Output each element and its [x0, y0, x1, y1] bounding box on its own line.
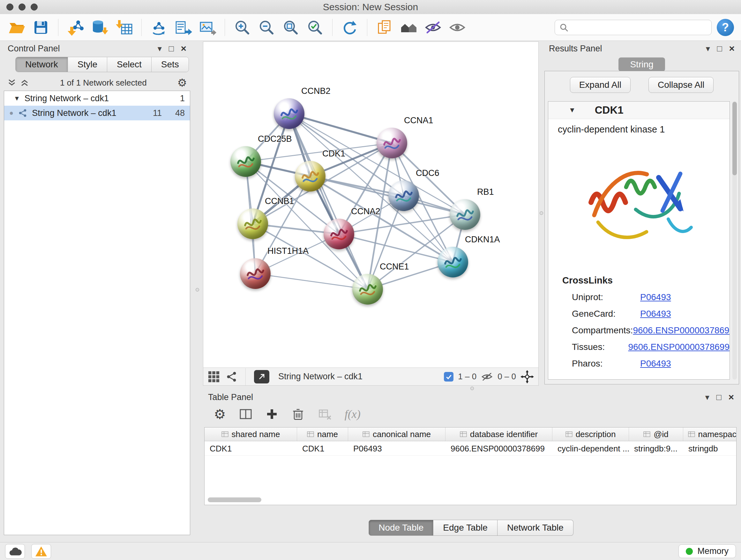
- maximize-panel-icon[interactable]: □: [717, 44, 722, 53]
- results-scrollbar[interactable]: [732, 101, 737, 380]
- help-button[interactable]: ?: [717, 19, 734, 36]
- network-node-ccne1[interactable]: [352, 274, 383, 305]
- expand-all-button[interactable]: Expand All: [570, 77, 630, 93]
- column-header-shared-name[interactable]: shared name: [205, 428, 297, 441]
- left-splitter-handle[interactable]: [196, 288, 199, 292]
- window-minimize-button[interactable]: [18, 3, 25, 10]
- collapse-all-icon[interactable]: [7, 78, 17, 87]
- zoom-out-button[interactable]: [257, 18, 276, 37]
- window-close-button[interactable]: [6, 3, 13, 10]
- open-in-new-window-button[interactable]: [254, 370, 269, 383]
- show-all-button[interactable]: [448, 18, 467, 37]
- tab-network[interactable]: Network: [16, 57, 68, 72]
- column-header-description[interactable]: description: [552, 428, 629, 441]
- disclosure-triangle-icon[interactable]: ▼: [14, 95, 20, 102]
- show-columns-icon[interactable]: [239, 407, 253, 421]
- network-node-hist1h1a[interactable]: [240, 258, 271, 289]
- table-cell-database-identifier[interactable]: 9606.ENSP00000378699: [446, 441, 552, 455]
- crosslink-value[interactable]: 9606.ENSP00000378699: [628, 342, 730, 352]
- share-network-icon[interactable]: [226, 371, 237, 382]
- copy-document-button[interactable]: [375, 18, 394, 37]
- function-builder-button[interactable]: f(x): [345, 408, 360, 421]
- delete-column-icon[interactable]: [291, 407, 305, 421]
- network-node-ccnb1[interactable]: [238, 208, 268, 239]
- maximize-panel-icon[interactable]: □: [169, 44, 174, 53]
- crosslink-value[interactable]: P06493: [640, 309, 671, 319]
- float-panel-icon[interactable]: ▾: [158, 44, 162, 53]
- close-panel-icon[interactable]: ×: [728, 392, 734, 402]
- zoom-fit-button[interactable]: [281, 18, 300, 37]
- tab-style[interactable]: Style: [68, 57, 107, 72]
- disclosure-triangle-icon[interactable]: ▼: [569, 106, 576, 114]
- column-header-name[interactable]: name: [297, 428, 348, 441]
- tab-edge-table[interactable]: Edge Table: [433, 520, 497, 536]
- network-edge[interactable]: [310, 176, 465, 214]
- bottom-splitter-handle[interactable]: [470, 387, 474, 390]
- warnings-button[interactable]: [31, 544, 51, 559]
- gene-card-header[interactable]: ▼ CDK1: [548, 102, 730, 119]
- table-settings-gear-icon[interactable]: ⚙: [214, 407, 226, 422]
- import-network-file-button[interactable]: [66, 18, 85, 37]
- table-cell-namespac[interactable]: stringdb: [683, 441, 737, 455]
- hide-selected-button[interactable]: [423, 18, 443, 37]
- network-edge[interactable]: [255, 273, 367, 289]
- network-node-rb1[interactable]: [450, 199, 480, 230]
- tab-sets[interactable]: Sets: [151, 57, 189, 72]
- crosslink-value[interactable]: P06493: [640, 292, 671, 302]
- network-edge[interactable]: [289, 114, 367, 289]
- refresh-view-button[interactable]: [340, 18, 359, 37]
- table-cell-canonical-name[interactable]: P06493: [348, 441, 446, 455]
- network-canvas[interactable]: CCNB2CCNA1CDC25BCDK1CDC6RB1CCNB1CCNA2CDK…: [203, 42, 538, 368]
- network-row[interactable]: ● String Network – cdk1 11 48: [4, 106, 190, 120]
- tab-select[interactable]: Select: [107, 57, 151, 72]
- gear-icon[interactable]: ⚙: [178, 76, 187, 89]
- network-node-cdkn1a[interactable]: [437, 247, 468, 277]
- network-collection-row[interactable]: ▼ String Network – cdk1 1: [4, 91, 190, 106]
- tab-node-table[interactable]: Node Table: [368, 520, 433, 536]
- selected-checkbox-icon[interactable]: [444, 372, 454, 381]
- column-header-namespac[interactable]: namespac: [683, 428, 737, 441]
- crosslink-value[interactable]: P06493: [640, 359, 671, 369]
- birds-eye-view-icon[interactable]: [208, 371, 220, 383]
- first-neighbors-button[interactable]: [399, 18, 418, 37]
- export-image-button[interactable]: [198, 18, 217, 37]
- column-header-database-identifier[interactable]: database identifier: [446, 428, 552, 441]
- network-node-ccnb2[interactable]: [274, 98, 305, 129]
- table-row[interactable]: CDK1CDK1P064939606.ENSP00000378699cyclin…: [205, 441, 736, 455]
- search-input[interactable]: [571, 22, 707, 33]
- network-node-cdk1[interactable]: [295, 161, 326, 192]
- table-horizontal-scrollbar[interactable]: [208, 497, 261, 502]
- memory-button[interactable]: Memory: [678, 544, 736, 558]
- float-panel-icon[interactable]: ▾: [706, 44, 710, 53]
- close-panel-icon[interactable]: ×: [181, 44, 186, 53]
- tab-string[interactable]: String: [618, 57, 665, 71]
- zoom-in-button[interactable]: [232, 18, 252, 37]
- export-network-button[interactable]: [174, 18, 193, 37]
- network-node-ccna1[interactable]: [377, 128, 407, 159]
- save-session-button[interactable]: [31, 18, 51, 37]
- cloud-status-button[interactable]: [5, 544, 25, 559]
- pan-crosshair-icon[interactable]: [521, 370, 534, 383]
- table-cell--id[interactable]: stringdb:9...: [629, 441, 683, 455]
- tab-network-table[interactable]: Network Table: [497, 520, 574, 536]
- add-column-icon[interactable]: [266, 408, 278, 421]
- table-cell-description[interactable]: cyclin-dependent ...: [552, 441, 629, 455]
- right-splitter-handle[interactable]: [540, 211, 543, 215]
- maximize-panel-icon[interactable]: □: [717, 393, 722, 401]
- expand-all-icon[interactable]: [20, 78, 29, 87]
- close-panel-icon[interactable]: ×: [729, 44, 735, 53]
- table-cell-name[interactable]: CDK1: [297, 441, 348, 455]
- window-zoom-button[interactable]: [30, 3, 38, 10]
- zoom-selected-button[interactable]: [306, 18, 325, 37]
- network-node-cdc25b[interactable]: [230, 146, 261, 177]
- crosslink-value[interactable]: 9606.ENSP00000378699: [633, 325, 730, 335]
- table-cell-shared-name[interactable]: CDK1: [205, 441, 297, 455]
- float-panel-icon[interactable]: ▾: [705, 393, 710, 401]
- column-header-canonical-name[interactable]: canonical name: [348, 428, 446, 441]
- clone-network-button[interactable]: [149, 18, 169, 37]
- network-node-cdc6[interactable]: [388, 180, 419, 211]
- network-node-ccna2[interactable]: [324, 219, 354, 249]
- column-header--id[interactable]: @id: [629, 428, 683, 441]
- import-network-database-button[interactable]: [90, 18, 110, 37]
- results-scrollbar-thumb[interactable]: [732, 102, 737, 175]
